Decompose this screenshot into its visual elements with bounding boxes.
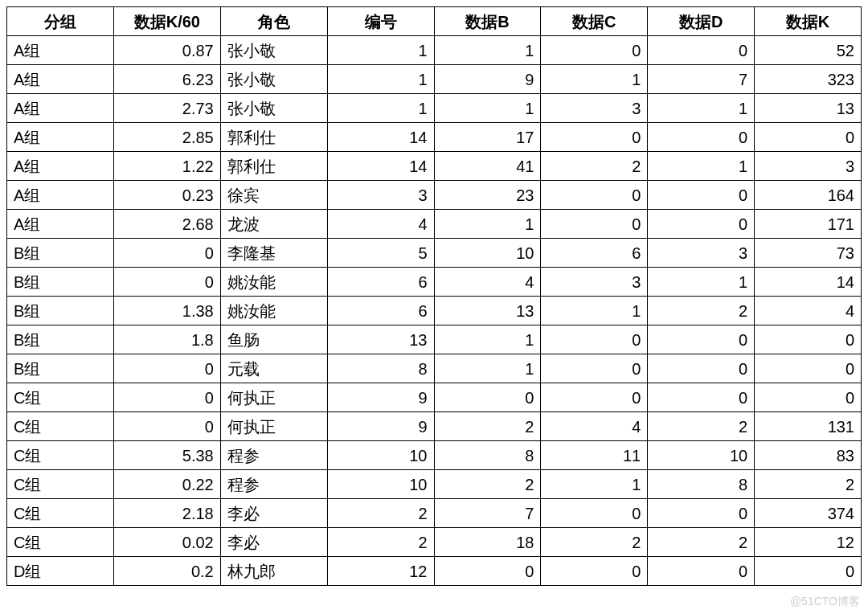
cell-k: 83 <box>755 441 862 470</box>
cell-role: 徐宾 <box>220 181 327 210</box>
cell-role: 姚汝能 <box>220 297 327 325</box>
cell-c: 0 <box>541 354 648 383</box>
cell-k60: 0.2 <box>113 557 220 586</box>
cell-role: 李必 <box>220 528 327 557</box>
cell-group: A组 <box>7 94 114 123</box>
cell-role: 张小敬 <box>220 65 327 94</box>
cell-k60: 0 <box>113 412 220 441</box>
cell-role: 龙波 <box>220 210 327 239</box>
table-row: C组0何执正90000 <box>7 383 862 412</box>
cell-c: 0 <box>541 383 648 412</box>
cell-k: 374 <box>755 499 862 528</box>
cell-b: 1 <box>434 36 541 65</box>
cell-k60: 2.18 <box>113 499 220 528</box>
header-k: 数据K <box>755 7 862 36</box>
cell-role: 郭利仕 <box>220 123 327 152</box>
cell-d: 0 <box>648 499 755 528</box>
cell-c: 11 <box>541 441 648 470</box>
cell-d: 0 <box>648 325 755 354</box>
cell-b: 41 <box>434 152 541 181</box>
cell-role: 何执正 <box>220 412 327 441</box>
cell-num: 10 <box>327 470 434 499</box>
cell-k60: 0 <box>113 239 220 268</box>
table-header: 分组 数据K/60 角色 编号 数据B 数据C 数据D 数据K <box>7 7 862 36</box>
cell-num: 1 <box>327 36 434 65</box>
cell-num: 8 <box>327 354 434 383</box>
cell-b: 1 <box>434 354 541 383</box>
cell-k60: 1.22 <box>113 152 220 181</box>
cell-k60: 0.87 <box>113 36 220 65</box>
cell-d: 0 <box>648 383 755 412</box>
cell-num: 6 <box>327 268 434 297</box>
table-row: C组2.18李必2700374 <box>7 499 862 528</box>
cell-group: A组 <box>7 65 114 94</box>
cell-b: 1 <box>434 94 541 123</box>
cell-group: A组 <box>7 123 114 152</box>
table-row: B组0李隆基5106373 <box>7 239 862 268</box>
cell-role: 程参 <box>220 441 327 470</box>
table-row: C组0.22程参102182 <box>7 470 862 499</box>
header-b: 数据B <box>434 7 541 36</box>
header-row: 分组 数据K/60 角色 编号 数据B 数据C 数据D 数据K <box>7 7 862 36</box>
cell-group: B组 <box>7 325 114 354</box>
table-row: C组5.38程参108111083 <box>7 441 862 470</box>
cell-k: 3 <box>755 152 862 181</box>
cell-d: 0 <box>648 210 755 239</box>
cell-c: 2 <box>541 152 648 181</box>
cell-b: 8 <box>434 441 541 470</box>
cell-c: 4 <box>541 412 648 441</box>
cell-k: 73 <box>755 239 862 268</box>
cell-d: 0 <box>648 181 755 210</box>
header-d: 数据D <box>648 7 755 36</box>
header-group: 分组 <box>7 7 114 36</box>
cell-b: 0 <box>434 383 541 412</box>
cell-k60: 2.73 <box>113 94 220 123</box>
cell-b: 10 <box>434 239 541 268</box>
cell-d: 0 <box>648 123 755 152</box>
cell-k60: 0 <box>113 383 220 412</box>
cell-group: B组 <box>7 239 114 268</box>
cell-k: 4 <box>755 297 862 325</box>
cell-k: 52 <box>755 36 862 65</box>
cell-c: 1 <box>541 65 648 94</box>
cell-b: 7 <box>434 499 541 528</box>
cell-role: 元载 <box>220 354 327 383</box>
cell-num: 6 <box>327 297 434 325</box>
cell-role: 鱼肠 <box>220 325 327 354</box>
cell-group: C组 <box>7 470 114 499</box>
table-row: A组2.73张小敬113113 <box>7 94 862 123</box>
cell-num: 12 <box>327 557 434 586</box>
cell-k60: 2.68 <box>113 210 220 239</box>
cell-num: 4 <box>327 210 434 239</box>
cell-group: A组 <box>7 181 114 210</box>
cell-c: 0 <box>541 36 648 65</box>
data-table: 分组 数据K/60 角色 编号 数据B 数据C 数据D 数据K A组0.87张小… <box>6 6 862 586</box>
cell-num: 9 <box>327 383 434 412</box>
table-row: B组1.38姚汝能613124 <box>7 297 862 325</box>
cell-c: 3 <box>541 94 648 123</box>
cell-c: 3 <box>541 268 648 297</box>
cell-c: 6 <box>541 239 648 268</box>
cell-d: 0 <box>648 557 755 586</box>
cell-b: 13 <box>434 297 541 325</box>
table-row: A组0.23徐宾32300164 <box>7 181 862 210</box>
cell-b: 0 <box>434 557 541 586</box>
cell-b: 23 <box>434 181 541 210</box>
cell-d: 2 <box>648 412 755 441</box>
cell-k60: 0 <box>113 354 220 383</box>
table-row: A组0.87张小敬110052 <box>7 36 862 65</box>
cell-role: 姚汝能 <box>220 268 327 297</box>
cell-k: 171 <box>755 210 862 239</box>
table-row: A组6.23张小敬1917323 <box>7 65 862 94</box>
cell-c: 0 <box>541 123 648 152</box>
cell-c: 0 <box>541 325 648 354</box>
cell-k: 2 <box>755 470 862 499</box>
table-row: B组1.8鱼肠131000 <box>7 325 862 354</box>
cell-num: 10 <box>327 441 434 470</box>
cell-d: 1 <box>648 268 755 297</box>
cell-group: C组 <box>7 441 114 470</box>
header-num: 编号 <box>327 7 434 36</box>
cell-k: 0 <box>755 354 862 383</box>
cell-k60: 1.38 <box>113 297 220 325</box>
cell-k: 14 <box>755 268 862 297</box>
